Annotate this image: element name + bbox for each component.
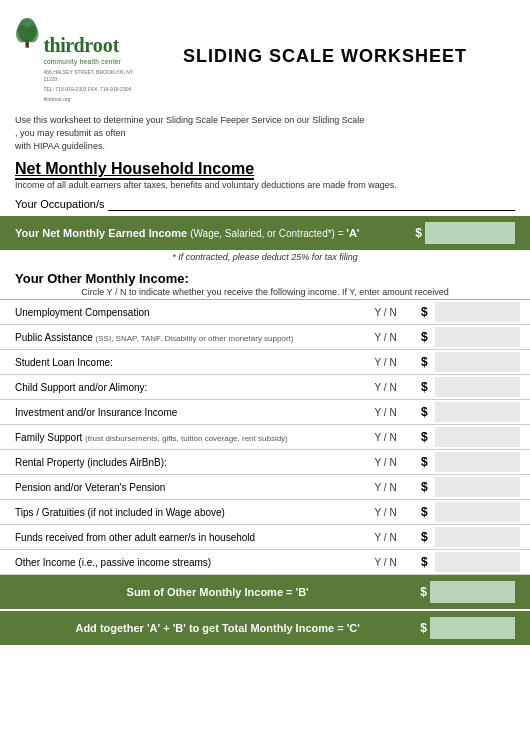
income-item-input-cell[interactable] (430, 525, 530, 550)
logo-subtitle: community health center (43, 58, 135, 66)
page-title: SLIDING SCALE WORKSHEET (135, 46, 515, 67)
income-item-input[interactable] (435, 452, 520, 472)
svg-point-3 (26, 25, 38, 42)
earned-income-label-main: Your Net Monthly Earned Income (15, 227, 187, 239)
earned-income-bar: Your Net Monthly Earned Income (Wage, Sa… (0, 216, 530, 250)
income-item-input-cell[interactable] (430, 500, 530, 525)
income-item-dollar-sign: $ (412, 300, 430, 325)
occupation-input-field[interactable] (108, 197, 515, 211)
income-item-input-cell[interactable] (430, 475, 530, 500)
logo-text-third: third (43, 34, 84, 57)
income-item-label: Investment and/or Insurance Income (0, 400, 359, 425)
earned-income-equals-a: 'A' (346, 227, 359, 239)
income-item-label: Child Support and/or Alimony: (0, 375, 359, 400)
net-income-title: Net Monthly Household Income (15, 160, 254, 180)
income-item-yn[interactable]: Y / N (359, 450, 412, 475)
logo-address-2: TEL: 718-919-2303 FAX: 718-919-2304 (43, 86, 135, 93)
table-row: Family Support (trust disbursements, gif… (0, 425, 530, 450)
table-row: Tips / Gratuities (if not included in Wa… (0, 500, 530, 525)
income-item-yn[interactable]: Y / N (359, 525, 412, 550)
income-item-yn[interactable]: Y / N (359, 475, 412, 500)
income-item-dollar-sign: $ (412, 425, 430, 450)
income-item-label: Pension and/or Veteran's Pension (0, 475, 359, 500)
income-item-input[interactable] (435, 302, 520, 322)
table-row: Student Loan Income:Y / N$ (0, 350, 530, 375)
income-item-yn[interactable]: Y / N (359, 375, 412, 400)
income-item-input[interactable] (435, 352, 520, 372)
income-item-input-cell[interactable] (430, 550, 530, 575)
earned-income-dollar-sign: $ (415, 226, 422, 240)
net-income-section-heading: Net Monthly Household Income Income of a… (0, 156, 530, 192)
table-row: Child Support and/or Alimony:Y / N$ (0, 375, 530, 400)
sum-c-row: Add together 'A' + 'B' to get Total Mont… (0, 611, 530, 645)
income-item-label: Unemployment Compensation (0, 300, 359, 325)
income-item-yn[interactable]: Y / N (359, 350, 412, 375)
sum-c-dollar: $ (420, 621, 427, 635)
income-item-input[interactable] (435, 327, 520, 347)
logo-container: thirdroot community health center 466 HA… (15, 10, 135, 103)
income-item-input-cell[interactable] (430, 350, 530, 375)
occupation-label: Your Occupation/s (15, 198, 104, 210)
income-item-input[interactable] (435, 402, 520, 422)
instruction-line3: with HIPAA guidelines. (15, 140, 515, 153)
instruction-line2: , you may resubmit as often (15, 127, 515, 140)
income-item-input-cell[interactable] (430, 400, 530, 425)
occupation-line: Your Occupation/s (0, 192, 530, 216)
income-item-label: Tips / Gratuities (if not included in Wa… (0, 500, 359, 525)
income-item-yn[interactable]: Y / N (359, 425, 412, 450)
table-row: Funds received from other adult earner/s… (0, 525, 530, 550)
svg-point-2 (16, 25, 28, 42)
income-item-yn[interactable]: Y / N (359, 400, 412, 425)
income-item-input-cell[interactable] (430, 450, 530, 475)
income-item-input[interactable] (435, 377, 520, 397)
table-row: Rental Property (includes AirBnB):Y / N$ (0, 450, 530, 475)
sum-b-label: Sum of Other Monthly Income = 'B' (15, 586, 420, 598)
income-item-input-cell[interactable] (430, 375, 530, 400)
other-income-heading: Your Other Monthly Income: Circle Y / N … (0, 266, 530, 299)
income-item-yn[interactable]: Y / N (359, 500, 412, 525)
income-item-dollar-sign: $ (412, 325, 430, 350)
income-item-yn[interactable]: Y / N (359, 550, 412, 575)
logo-tree-icon (15, 12, 39, 52)
earned-income-label-detail: (Wage, Salaried, or Contracted*) = (190, 228, 346, 239)
income-item-yn[interactable]: Y / N (359, 325, 412, 350)
income-item-input[interactable] (435, 477, 520, 497)
occupation-input[interactable] (108, 197, 515, 209)
income-item-input[interactable] (435, 552, 520, 572)
income-item-label: Rental Property (includes AirBnB): (0, 450, 359, 475)
income-item-main-label: Public Assistance (15, 332, 93, 343)
other-income-title: Your Other Monthly Income: (15, 271, 515, 286)
income-item-input-cell[interactable] (430, 325, 530, 350)
income-item-dollar-sign: $ (412, 450, 430, 475)
sum-c-input[interactable] (430, 617, 515, 639)
income-item-input[interactable] (435, 527, 520, 547)
table-row: Investment and/or Insurance IncomeY / N$ (0, 400, 530, 425)
income-item-label: Funds received from other adult earner/s… (0, 525, 359, 550)
income-item-input-cell[interactable] (430, 300, 530, 325)
sum-b-dollar: $ (420, 585, 427, 599)
income-item-label: Student Loan Income: (0, 350, 359, 375)
sum-c-label: Add together 'A' + 'B' to get Total Mont… (15, 622, 420, 634)
circle-instruction: Circle Y / N to indicate whether you rec… (15, 287, 515, 297)
logo-name: thirdroot community health center 466 HA… (15, 10, 135, 103)
income-item-input[interactable] (435, 427, 520, 447)
earned-income-input[interactable] (425, 222, 515, 244)
income-item-yn[interactable]: Y / N (359, 300, 412, 325)
table-row: Other Income (i.e., passive income strea… (0, 550, 530, 575)
earned-income-input-box[interactable] (425, 222, 515, 244)
sum-b-row: Sum of Other Monthly Income = 'B' $ (0, 575, 530, 609)
sum-b-input[interactable] (430, 581, 515, 603)
income-item-label: Public Assistance (SSI, SNAP, TANF, Disa… (0, 325, 359, 350)
instruction-line1: Use this worksheet to determine your Sli… (15, 114, 515, 127)
income-item-dollar-sign: $ (412, 375, 430, 400)
income-item-input[interactable] (435, 502, 520, 522)
net-income-subtext: Income of all adult earners after taxes,… (15, 180, 515, 190)
income-item-dollar-sign: $ (412, 500, 430, 525)
income-item-main-label: Family Support (15, 432, 82, 443)
table-row: Pension and/or Veteran's PensionY / N$ (0, 475, 530, 500)
logo-area: thirdroot community health center 466 HA… (15, 10, 135, 103)
earned-income-label: Your Net Monthly Earned Income (Wage, Sa… (15, 227, 415, 239)
logo-address-1: 466 HALSEY STREET, BROOKLYN, NY 11233 (43, 69, 135, 83)
income-item-input-cell[interactable] (430, 425, 530, 450)
income-table: Unemployment CompensationY / N$Public As… (0, 299, 530, 575)
